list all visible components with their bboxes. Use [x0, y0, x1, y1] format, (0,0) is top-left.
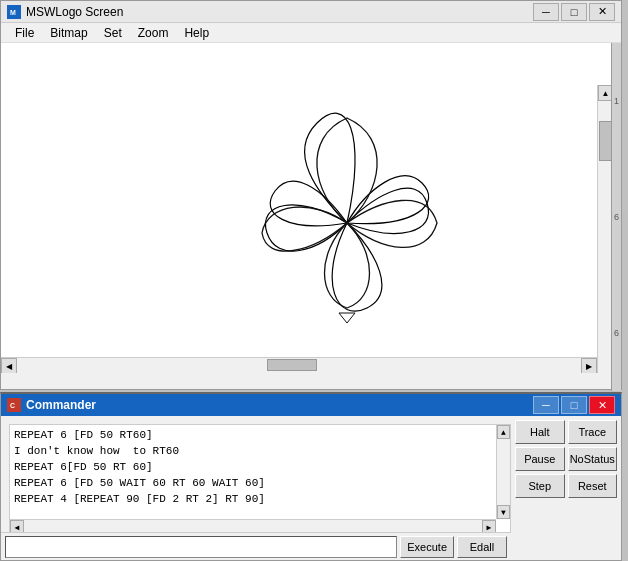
app-icon: M [7, 5, 21, 19]
canvas-horizontal-scrollbar[interactable]: ◀ ▶ [1, 357, 597, 373]
main-window-controls: ─ □ ✕ [533, 3, 615, 21]
commander-title-bar: C Commander ─ □ ✕ [1, 394, 621, 416]
btn-row-1: Halt Trace [515, 420, 617, 444]
h-scroll-right-arrow[interactable]: ▶ [581, 358, 597, 373]
commander-maximize-button[interactable]: □ [561, 396, 587, 414]
menu-set[interactable]: Set [96, 23, 130, 43]
commander-close-button[interactable]: ✕ [589, 396, 615, 414]
side-label-2: 6 [614, 212, 619, 222]
commander-window: C Commander ─ □ ✕ REPEAT 6 [FD 50 RT60] … [0, 392, 622, 561]
output-area: REPEAT 6 [FD 50 RT60] I don't know how t… [9, 424, 511, 534]
output-line-3: REPEAT 6[FD 50 RT 60] [14, 459, 496, 475]
side-panel: 1 6 6 [611, 43, 621, 391]
output-scroll-track [497, 439, 510, 505]
execute-button[interactable]: Execute [400, 536, 454, 558]
output-v-scrollbar[interactable]: ▲ ▼ [496, 425, 510, 519]
svg-text:M: M [10, 9, 16, 16]
commander-minimize-button[interactable]: ─ [533, 396, 559, 414]
logo-canvas [1, 43, 613, 373]
h-scroll-thumb[interactable] [267, 359, 317, 371]
output-scroll-down[interactable]: ▼ [497, 505, 510, 519]
main-window: M MSWLogo Screen ─ □ ✕ File Bitmap Set Z… [0, 0, 622, 390]
halt-button[interactable]: Halt [515, 420, 565, 444]
main-window-title: MSWLogo Screen [26, 5, 533, 19]
nostatus-button[interactable]: NoStatus [568, 447, 618, 471]
menu-bitmap[interactable]: Bitmap [42, 23, 95, 43]
edall-button[interactable]: Edall [457, 536, 507, 558]
output-scroll-up[interactable]: ▲ [497, 425, 510, 439]
step-button[interactable]: Step [515, 474, 565, 498]
output-line-4: REPEAT 6 [FD 50 WAIT 60 RT 60 WAIT 60] [14, 475, 496, 491]
side-label-1: 1 [614, 96, 619, 106]
commander-controls: ─ □ ✕ [533, 396, 615, 414]
command-input[interactable] [5, 536, 397, 558]
h-scroll-left-arrow[interactable]: ◀ [1, 358, 17, 373]
commander-icon: C [7, 398, 21, 412]
menu-file[interactable]: File [7, 23, 42, 43]
main-minimize-button[interactable]: ─ [533, 3, 559, 21]
output-h-scrollbar[interactable]: ◀ ▶ [10, 519, 496, 533]
menu-help[interactable]: Help [176, 23, 217, 43]
menu-zoom[interactable]: Zoom [130, 23, 177, 43]
output-container: REPEAT 6 [FD 50 RT60] I don't know how t… [5, 420, 511, 530]
commander-title: Commander [26, 398, 533, 412]
input-bar: Execute Edall [1, 532, 511, 560]
main-close-button[interactable]: ✕ [589, 3, 615, 21]
pause-button[interactable]: Pause [515, 447, 565, 471]
menu-bar: File Bitmap Set Zoom Help [1, 23, 621, 43]
buttons-panel: Halt Trace Pause NoStatus Step Reset [511, 416, 621, 560]
output-line-1: REPEAT 6 [FD 50 RT60] [14, 427, 496, 443]
btn-row-2: Pause NoStatus [515, 447, 617, 471]
output-line-5: REPEAT 4 [REPEAT 90 [FD 2 RT 2] RT 90] [14, 491, 496, 507]
svg-text:C: C [10, 402, 15, 409]
canvas-area: ▲ ▼ [1, 43, 613, 373]
output-line-2: I don't know how to RT60 [14, 443, 496, 459]
trace-button[interactable]: Trace [568, 420, 618, 444]
main-maximize-button[interactable]: □ [561, 3, 587, 21]
reset-button[interactable]: Reset [568, 474, 618, 498]
side-label-3: 6 [614, 328, 619, 338]
main-title-bar: M MSWLogo Screen ─ □ ✕ [1, 1, 621, 23]
btn-row-3: Step Reset [515, 474, 617, 498]
